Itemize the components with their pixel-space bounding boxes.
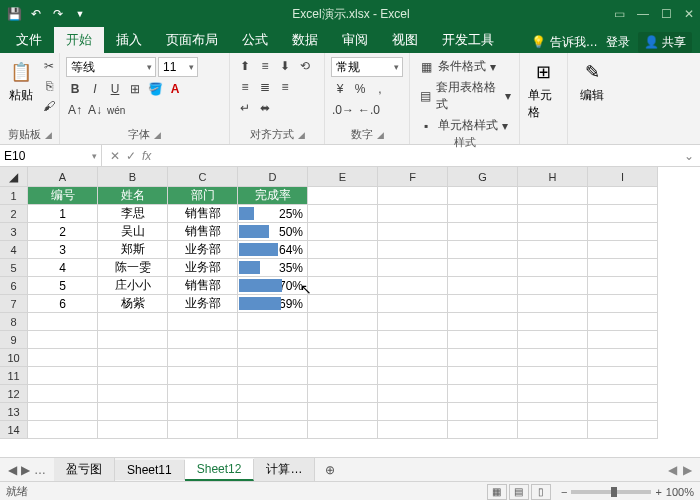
cell[interactable] [98,349,168,367]
sheet-tab-sheet12[interactable]: Sheet12 [185,459,255,481]
cell[interactable] [238,313,308,331]
grow-font-icon[interactable]: A↑ [66,101,84,119]
cell[interactable]: 50% [238,223,308,241]
cell[interactable]: 3 [28,241,98,259]
cell[interactable] [378,259,448,277]
tab-data[interactable]: 数据 [280,27,330,53]
undo-icon[interactable]: ↶ [28,6,44,22]
column-header[interactable]: E [308,167,378,187]
sheet-nav-more-icon[interactable]: … [34,463,46,477]
sheet-nav-prev-icon[interactable]: ◀ [8,463,17,477]
cell[interactable]: 销售部 [168,223,238,241]
cell[interactable] [378,205,448,223]
cell[interactable] [378,187,448,205]
cell[interactable] [168,403,238,421]
cell[interactable]: 杨紫 [98,295,168,313]
cell[interactable] [588,205,658,223]
number-format-combo[interactable]: 常规 [331,57,403,77]
align-center-icon[interactable]: ≣ [256,78,274,96]
select-all-corner[interactable]: ◢ [0,167,28,187]
cell[interactable] [98,313,168,331]
row-header[interactable]: 5 [0,259,28,277]
cell[interactable] [168,331,238,349]
close-icon[interactable]: ✕ [684,7,694,21]
tab-file[interactable]: 文件 [4,27,54,53]
cell[interactable]: 姓名 [98,187,168,205]
sheet-nav-next-icon[interactable]: ▶ [21,463,30,477]
cell[interactable] [308,223,378,241]
border-button[interactable]: ⊞ [126,80,144,98]
sheet-tab-calc[interactable]: 计算… [254,458,315,481]
cell[interactable] [308,421,378,439]
sheet-tab-sheet11[interactable]: Sheet11 [115,460,185,480]
column-header[interactable]: H [518,167,588,187]
column-header[interactable]: A [28,167,98,187]
cell[interactable] [448,187,518,205]
cell[interactable] [168,349,238,367]
cell[interactable] [588,331,658,349]
cell[interactable] [238,367,308,385]
cell[interactable]: 销售部 [168,277,238,295]
phonetic-icon[interactable]: wén [106,101,126,119]
cell[interactable] [308,259,378,277]
decrease-decimal-icon[interactable]: ←.0 [357,101,381,119]
new-sheet-button[interactable]: ⊕ [315,463,345,477]
cell[interactable] [98,385,168,403]
cell[interactable] [588,241,658,259]
cell[interactable] [378,241,448,259]
cell[interactable] [448,349,518,367]
cell[interactable] [518,367,588,385]
shrink-font-icon[interactable]: A↓ [86,101,104,119]
maximize-icon[interactable]: ☐ [661,7,672,21]
cell[interactable]: 陈一雯 [98,259,168,277]
cell[interactable] [98,331,168,349]
cell[interactable] [518,241,588,259]
cell[interactable] [378,295,448,313]
cell[interactable] [308,331,378,349]
cell[interactable] [98,403,168,421]
italic-button[interactable]: I [86,80,104,98]
fill-color-button[interactable]: 🪣 [146,80,164,98]
cell[interactable] [378,421,448,439]
cell[interactable]: 业务部 [168,295,238,313]
page-layout-view-icon[interactable]: ▤ [509,484,529,500]
cell[interactable] [308,295,378,313]
orientation-icon[interactable]: ⟲ [296,57,314,75]
cell[interactable] [518,331,588,349]
cell[interactable] [448,205,518,223]
cell[interactable] [28,331,98,349]
cell[interactable] [308,313,378,331]
cell[interactable] [588,187,658,205]
cell[interactable]: 业务部 [168,259,238,277]
font-launcher-icon[interactable]: ◢ [154,130,161,140]
zoom-slider[interactable] [571,490,651,494]
cell[interactable]: 5 [28,277,98,295]
qat-dropdown-icon[interactable]: ▼ [72,6,88,22]
cell[interactable] [518,223,588,241]
cell[interactable] [588,385,658,403]
cell[interactable] [448,421,518,439]
cell[interactable] [28,403,98,421]
cell[interactable] [238,349,308,367]
row-header[interactable]: 11 [0,367,28,385]
cancel-formula-icon[interactable]: ✕ [110,149,120,163]
increase-decimal-icon[interactable]: .0→ [331,101,355,119]
column-header[interactable]: C [168,167,238,187]
conditional-format-button[interactable]: ▦条件格式 ▾ [416,57,513,76]
align-top-icon[interactable]: ⬆ [236,57,254,75]
cell[interactable] [238,331,308,349]
wrap-text-icon[interactable]: ↵ [236,99,254,117]
cell[interactable] [98,421,168,439]
cell[interactable]: 郑斯 [98,241,168,259]
cell[interactable]: 吴山 [98,223,168,241]
cell[interactable] [588,223,658,241]
column-header[interactable]: D [238,167,308,187]
column-header[interactable]: G [448,167,518,187]
zoom-level[interactable]: 100% [666,486,694,498]
cell[interactable] [308,349,378,367]
sheet-tab-winloss[interactable]: 盈亏图 [54,458,115,481]
hscroll-left-icon[interactable]: ◀ [668,463,677,477]
percent-icon[interactable]: % [351,80,369,98]
cell[interactable]: 销售部 [168,205,238,223]
cell[interactable] [518,385,588,403]
